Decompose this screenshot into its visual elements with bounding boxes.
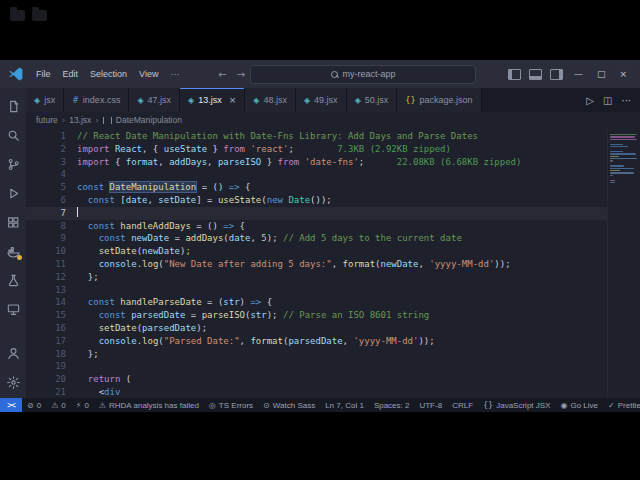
code-line[interactable]: 4 (26, 168, 607, 181)
encoding[interactable]: UTF-8 (414, 401, 447, 410)
indentation[interactable]: Spaces: 2 (369, 401, 415, 410)
close-button[interactable]: × (612, 60, 634, 88)
code-line[interactable]: 21 <div (26, 386, 607, 398)
breadcrumb-separator: › (62, 115, 65, 125)
settings-gear-icon[interactable] (3, 372, 23, 392)
menu-more-icon[interactable]: ··· (164, 69, 185, 79)
run-debug-icon[interactable] (3, 183, 23, 203)
explorer-icon[interactable] (3, 96, 23, 116)
code-line[interactable]: 15 const parsedDate = parseISO(str); // … (26, 309, 607, 322)
tab-49-jsx[interactable]: ◈49.jsx (296, 88, 347, 112)
react-icon: ◈ (304, 96, 310, 105)
code-line[interactable]: 16 setDate(parsedDate); (26, 322, 607, 335)
layout-panel-icon[interactable] (529, 69, 542, 80)
breadcrumb-item[interactable]: 13.jsx (69, 115, 91, 125)
status-label: Watch Sass (273, 401, 315, 410)
line-number: 10 (26, 245, 77, 258)
command-center-search[interactable]: my-react-app (250, 65, 476, 84)
code-line[interactable]: 17 console.log("Parsed Date:", format(pa… (26, 335, 607, 348)
menu-file[interactable]: File (30, 69, 57, 79)
line-number: 1 (26, 130, 77, 143)
code-line[interactable]: 14 const handleParseDate = (str) => { (26, 296, 607, 309)
tab-jsx[interactable]: ◈jsx (26, 88, 64, 112)
window-controls: —□× (567, 60, 634, 88)
remote-explorer-icon[interactable] (3, 299, 23, 319)
desktop-folder-icon[interactable] (10, 10, 25, 21)
account-icon[interactable] (3, 343, 23, 363)
rhda-status[interactable]: ⚠RHDA analysis has failed (94, 401, 204, 410)
minimap-mark (610, 158, 637, 159)
problems-warnings[interactable]: ⚠0 (46, 401, 71, 410)
eol-sequence[interactable]: CRLF (447, 401, 478, 410)
code-line[interactable]: 13 (26, 284, 607, 297)
prettier[interactable]: ✓Prettier (603, 401, 640, 410)
minimize-button[interactable]: — (567, 60, 590, 88)
code-line[interactable]: 11 console.log("New Date after adding 5 … (26, 258, 607, 271)
line-number: 19 (26, 360, 77, 373)
remote-indicator[interactable]: >< (0, 398, 22, 412)
code-line[interactable]: 7 (26, 207, 607, 220)
tab-13-jsx[interactable]: ◈13.jsx× (180, 88, 245, 112)
run-code-button[interactable]: ▷ (586, 95, 594, 106)
menu-view[interactable]: View (133, 69, 164, 79)
status-label: 0 (61, 401, 65, 410)
line-number: 7 (26, 207, 77, 220)
code-line[interactable]: 20 return ( (26, 373, 607, 386)
breadcrumb-item[interactable]: future (36, 115, 58, 125)
docker-icon[interactable] (3, 241, 23, 261)
code-line[interactable]: 3import { format, addDays, parseISO } fr… (26, 156, 607, 169)
layout-secondary-sidebar-icon[interactable] (550, 69, 563, 80)
code-line[interactable]: 1// React Date Manipulation with Date-Fn… (26, 130, 607, 143)
watch-sass[interactable]: ⊙Watch Sass (258, 401, 320, 410)
search-icon[interactable] (3, 125, 23, 145)
nav-back-icon[interactable]: ← (213, 69, 231, 80)
test-icon[interactable] (3, 270, 23, 290)
vscode-logo-icon (8, 66, 24, 82)
ts-errors[interactable]: ◎TS Errors (204, 401, 258, 410)
tab-48-jsx[interactable]: ◈48.jsx (245, 88, 296, 112)
desktop-folder-icon[interactable] (32, 10, 47, 21)
tab-label: package.json (419, 95, 472, 105)
tab-close-icon[interactable]: × (229, 95, 237, 105)
line-number: 4 (26, 168, 77, 181)
code-line[interactable]: 6 const [date, setDate] = useState(new D… (26, 194, 607, 207)
warning-icon: ⚠ (51, 401, 58, 410)
cursor-position[interactable]: Ln 7, Col 1 (320, 401, 369, 410)
tab-47-jsx[interactable]: ◈47.jsx (129, 88, 180, 112)
tab-index-css[interactable]: #index.css (64, 88, 129, 112)
more-actions-button[interactable]: ··· (621, 95, 631, 106)
extensions-icon[interactable] (3, 212, 23, 232)
source-control-icon[interactable] (3, 154, 23, 174)
menu-selection[interactable]: Selection (84, 69, 133, 79)
split-editor-button[interactable]: ◫ (603, 95, 612, 106)
go-live[interactable]: ◉Go Live (555, 401, 603, 410)
tab-package-json[interactable]: {}package.json (397, 88, 481, 112)
minimap[interactable] (607, 130, 640, 398)
ports[interactable]: ⚡0 (71, 401, 94, 410)
language-mode[interactable]: {}JavaScript JSX (478, 401, 555, 410)
code-line[interactable]: 9 const newDate = addDays(date, 5); // A… (26, 232, 607, 245)
breadcrumb-item[interactable]: DateManipulation (116, 115, 182, 125)
nav-forward-icon[interactable]: → (232, 69, 250, 80)
tab-50-jsx[interactable]: ◈50.jsx (347, 88, 398, 112)
code-line[interactable]: 18 }; (26, 348, 607, 361)
line-number: 18 (26, 348, 77, 361)
status-left: ⊘0⚠0⚡0⚠RHDA analysis has failed◎TS Error… (22, 401, 320, 410)
code-line[interactable]: 2import React, { useState } from 'react'… (26, 143, 607, 156)
desktop: FileEditSelectionView··· ← → my-react-ap… (0, 0, 640, 480)
problems-errors[interactable]: ⊘0 (22, 401, 46, 410)
error-icon: ⊘ (27, 401, 34, 410)
code-line[interactable]: 19 (26, 360, 607, 373)
code-line[interactable]: 5const DateManipulation = () => { (26, 181, 607, 194)
code-editor[interactable]: 1// React Date Manipulation with Date-Fn… (26, 128, 640, 398)
eye-icon: ⊙ (263, 401, 270, 410)
line-text: }; (77, 271, 99, 284)
layout-sidebar-icon[interactable] (508, 69, 521, 80)
code-line[interactable]: 10 setDate(newDate); (26, 245, 607, 258)
code-line[interactable]: 8 const handleAddDays = () => { (26, 220, 607, 233)
code-line[interactable]: 12 }; (26, 271, 607, 284)
maximize-button[interactable]: □ (590, 60, 613, 88)
minimap-mark (610, 165, 624, 166)
menu-edit[interactable]: Edit (57, 69, 85, 79)
layout-controls (504, 69, 567, 80)
